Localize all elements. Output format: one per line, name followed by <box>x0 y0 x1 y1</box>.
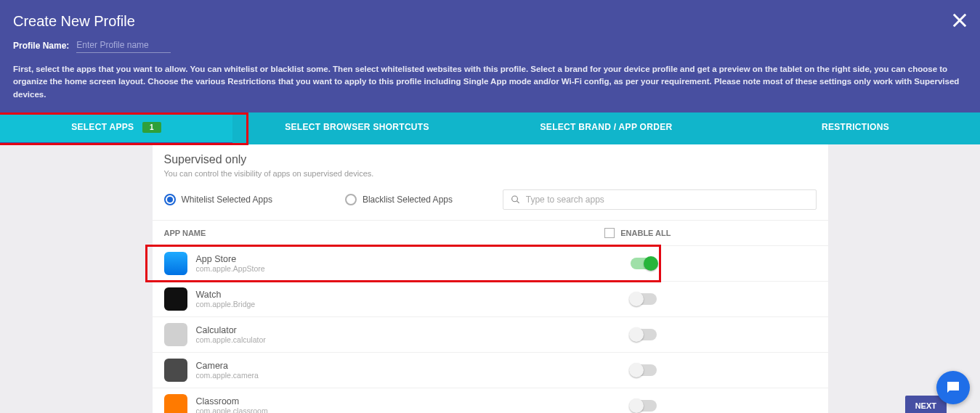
app-info: Camera com.apple.camera <box>196 361 631 380</box>
app-info: Classroom com.apple.classroom <box>196 396 631 413</box>
radio-whitelist[interactable]: Whitelist Selected Apps <box>164 194 272 205</box>
header-description: First, select the apps that you want to … <box>13 63 967 101</box>
radio-label: Blacklist Selected Apps <box>363 195 453 205</box>
app-icon <box>164 287 187 311</box>
app-row: Classroom com.apple.classroom <box>153 388 828 413</box>
next-label: NEXT <box>915 401 936 410</box>
radio-label: Whitelist Selected Apps <box>182 195 272 205</box>
app-toggle[interactable] <box>631 329 657 340</box>
app-id: com.apple.camera <box>196 371 631 380</box>
app-info: Watch com.apple.Bridge <box>196 290 631 308</box>
chat-icon <box>944 379 962 396</box>
tab-restrictions[interactable]: RESTRICTIONS <box>731 113 980 144</box>
svg-line-3 <box>517 200 519 203</box>
close-button[interactable] <box>949 10 970 30</box>
app-toggle[interactable] <box>631 364 657 376</box>
app-id: com.apple.AppStore <box>196 264 631 273</box>
app-name: Watch <box>196 290 631 300</box>
app-row: App Store com.apple.AppStore <box>153 246 828 282</box>
search-icon <box>511 195 520 205</box>
table-head: APP NAME ENABLE ALL <box>153 220 828 246</box>
header: Create New Profile Profile Name: First, … <box>0 0 980 113</box>
profile-name-input[interactable] <box>76 38 171 53</box>
app-row: Calculator com.apple.calculator <box>153 317 828 353</box>
app-name: Camera <box>196 361 631 371</box>
content-wrap: Supervised only You can control the visi… <box>0 144 980 413</box>
checkbox-icon[interactable] <box>604 228 615 238</box>
app-info: App Store com.apple.AppStore <box>196 254 631 273</box>
search-box[interactable] <box>503 189 817 210</box>
radio-group: Whitelist Selected Apps Blacklist Select… <box>164 194 453 205</box>
tabs-bar: SELECT APPS 1 SELECT BROWSER SHORTCUTS S… <box>0 113 980 144</box>
app-icon <box>164 359 187 382</box>
app-name: App Store <box>196 254 631 264</box>
tab-brand-order[interactable]: SELECT BRAND / APP ORDER <box>482 113 731 144</box>
app-info: Calculator com.apple.calculator <box>196 325 631 344</box>
card-head: Supervised only You can control the visi… <box>153 144 828 185</box>
card-subtitle: You can control the visibility of apps o… <box>164 169 817 178</box>
tab-label: SELECT APPS <box>71 122 134 132</box>
svg-point-2 <box>511 196 517 202</box>
col-enable-label: ENABLE ALL <box>620 229 671 237</box>
app-name: Classroom <box>196 396 631 406</box>
tab-label: RESTRICTIONS <box>822 122 889 132</box>
search-input[interactable] <box>526 195 809 205</box>
profile-name-row: Profile Name: <box>13 38 967 53</box>
app-id: com.apple.calculator <box>196 335 631 344</box>
app-icon <box>164 394 187 413</box>
tab-label: SELECT BRAND / APP ORDER <box>540 122 673 132</box>
app-name: Calculator <box>196 325 631 335</box>
tab-label: SELECT BROWSER SHORTCUTS <box>285 122 429 132</box>
app-toggle[interactable] <box>631 400 657 412</box>
apps-card: Supervised only You can control the visi… <box>153 144 828 413</box>
app-toggle[interactable] <box>631 293 657 305</box>
tab-browser-shortcuts[interactable]: SELECT BROWSER SHORTCUTS <box>232 113 482 144</box>
filter-row: Whitelist Selected Apps Blacklist Select… <box>153 185 828 220</box>
app-id: com.apple.classroom <box>196 406 631 413</box>
radio-blacklist[interactable]: Blacklist Selected Apps <box>345 194 453 205</box>
app-row: Camera com.apple.camera <box>153 353 828 388</box>
app-icon <box>164 252 187 275</box>
col-app-name: APP NAME <box>164 229 605 237</box>
chat-bubble-button[interactable] <box>936 371 970 404</box>
app-icon <box>164 323 187 346</box>
radio-icon <box>345 194 357 205</box>
radio-icon <box>164 194 176 205</box>
app-rows: App Store com.apple.AppStore Watch com.a… <box>153 246 828 413</box>
tab-select-apps[interactable]: SELECT APPS 1 <box>0 113 232 144</box>
close-icon <box>949 10 970 30</box>
app-id: com.apple.Bridge <box>196 300 631 308</box>
card-title: Supervised only <box>164 153 817 166</box>
profile-name-label: Profile Name: <box>13 41 69 51</box>
app-toggle[interactable] <box>631 258 657 269</box>
col-enable-all[interactable]: ENABLE ALL <box>604 228 671 238</box>
app-row: Watch com.apple.Bridge <box>153 282 828 317</box>
page-title: Create New Profile <box>13 13 967 30</box>
tab-badge: 1 <box>142 122 161 133</box>
